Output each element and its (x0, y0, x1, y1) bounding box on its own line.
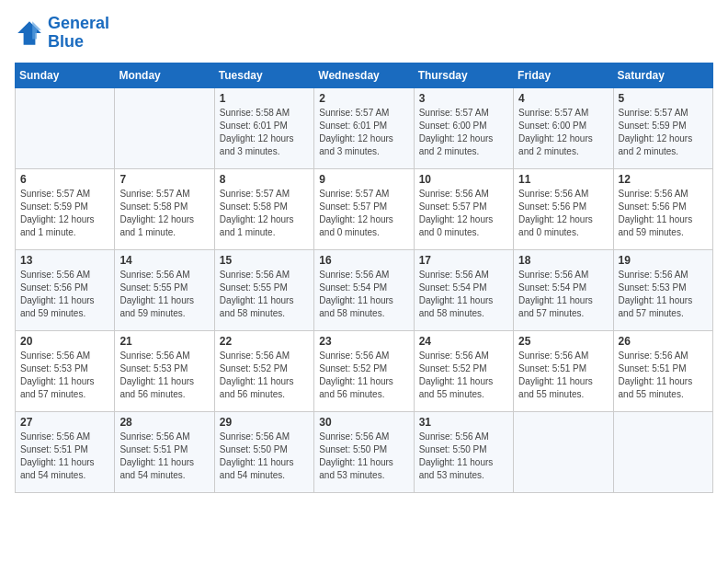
calendar-cell: 18Sunrise: 5:56 AM Sunset: 5:54 PM Dayli… (514, 249, 613, 330)
cell-info: Sunrise: 5:56 AM Sunset: 5:56 PM Dayligh… (518, 188, 608, 239)
cell-info: Sunrise: 5:56 AM Sunset: 5:54 PM Dayligh… (419, 269, 508, 320)
day-number: 27 (20, 416, 109, 429)
day-number: 24 (419, 335, 508, 348)
calendar-cell: 10Sunrise: 5:56 AM Sunset: 5:57 PM Dayli… (414, 168, 513, 249)
cell-info: Sunrise: 5:56 AM Sunset: 5:50 PM Dayligh… (419, 431, 508, 482)
cell-info: Sunrise: 5:57 AM Sunset: 6:00 PM Dayligh… (419, 107, 508, 158)
logo: General Blue (15, 15, 109, 52)
day-number: 10 (419, 173, 508, 186)
calendar-table: SundayMondayTuesdayWednesdayThursdayFrid… (15, 63, 713, 493)
calendar-cell: 7Sunrise: 5:57 AM Sunset: 5:58 PM Daylig… (115, 168, 214, 249)
cell-info: Sunrise: 5:56 AM Sunset: 5:56 PM Dayligh… (20, 269, 109, 320)
cell-info: Sunrise: 5:57 AM Sunset: 5:59 PM Dayligh… (20, 188, 109, 239)
calendar-cell: 23Sunrise: 5:56 AM Sunset: 5:52 PM Dayli… (314, 330, 414, 411)
cell-info: Sunrise: 5:56 AM Sunset: 5:54 PM Dayligh… (518, 269, 608, 320)
cell-info: Sunrise: 5:56 AM Sunset: 5:50 PM Dayligh… (319, 431, 408, 482)
calendar-week-row: 1Sunrise: 5:58 AM Sunset: 6:01 PM Daylig… (16, 87, 713, 168)
day-number: 4 (518, 92, 608, 105)
calendar-cell: 3Sunrise: 5:57 AM Sunset: 6:00 PM Daylig… (414, 87, 513, 168)
cell-info: Sunrise: 5:57 AM Sunset: 5:57 PM Dayligh… (319, 188, 408, 239)
calendar-cell: 26Sunrise: 5:56 AM Sunset: 5:51 PM Dayli… (613, 330, 712, 411)
calendar-cell: 20Sunrise: 5:56 AM Sunset: 5:53 PM Dayli… (16, 330, 115, 411)
calendar-week-row: 20Sunrise: 5:56 AM Sunset: 5:53 PM Dayli… (16, 330, 713, 411)
logo-text: General Blue (48, 15, 109, 52)
day-number: 9 (319, 173, 408, 186)
calendar-cell: 13Sunrise: 5:56 AM Sunset: 5:56 PM Dayli… (16, 249, 115, 330)
cell-info: Sunrise: 5:56 AM Sunset: 5:51 PM Dayligh… (518, 350, 608, 401)
day-number: 8 (220, 173, 309, 186)
day-number: 6 (20, 173, 109, 186)
calendar-cell: 9Sunrise: 5:57 AM Sunset: 5:57 PM Daylig… (314, 168, 414, 249)
weekday-header: Tuesday (214, 63, 313, 87)
day-number: 11 (518, 173, 608, 186)
calendar-cell: 30Sunrise: 5:56 AM Sunset: 5:50 PM Dayli… (314, 411, 414, 492)
calendar-cell (514, 411, 613, 492)
calendar-cell: 28Sunrise: 5:56 AM Sunset: 5:51 PM Dayli… (115, 411, 214, 492)
day-number: 2 (319, 92, 408, 105)
day-number: 25 (518, 335, 608, 348)
calendar-cell: 6Sunrise: 5:57 AM Sunset: 5:59 PM Daylig… (16, 168, 115, 249)
day-number: 17 (419, 254, 508, 267)
cell-info: Sunrise: 5:57 AM Sunset: 6:01 PM Dayligh… (319, 107, 408, 158)
cell-info: Sunrise: 5:57 AM Sunset: 6:00 PM Dayligh… (518, 107, 608, 158)
cell-info: Sunrise: 5:56 AM Sunset: 5:53 PM Dayligh… (119, 350, 209, 401)
day-number: 30 (319, 416, 408, 429)
weekday-header: Wednesday (314, 63, 414, 87)
day-number: 15 (220, 254, 309, 267)
logo-blue: Blue (48, 32, 84, 51)
day-number: 13 (20, 254, 109, 267)
calendar-cell: 31Sunrise: 5:56 AM Sunset: 5:50 PM Dayli… (414, 411, 513, 492)
calendar-cell: 11Sunrise: 5:56 AM Sunset: 5:56 PM Dayli… (514, 168, 613, 249)
calendar-cell: 15Sunrise: 5:56 AM Sunset: 5:55 PM Dayli… (214, 249, 313, 330)
calendar-week-row: 6Sunrise: 5:57 AM Sunset: 5:59 PM Daylig… (16, 168, 713, 249)
cell-info: Sunrise: 5:58 AM Sunset: 6:01 PM Dayligh… (220, 107, 309, 158)
cell-info: Sunrise: 5:57 AM Sunset: 5:59 PM Dayligh… (619, 107, 708, 158)
cell-info: Sunrise: 5:56 AM Sunset: 5:50 PM Dayligh… (220, 431, 309, 482)
calendar-cell: 14Sunrise: 5:56 AM Sunset: 5:55 PM Dayli… (115, 249, 214, 330)
cell-info: Sunrise: 5:56 AM Sunset: 5:56 PM Dayligh… (619, 188, 708, 239)
svg-marker-0 (17, 21, 41, 45)
logo-general: General (48, 14, 109, 32)
day-number: 19 (619, 254, 708, 267)
weekday-header: Monday (115, 63, 214, 87)
calendar-week-row: 27Sunrise: 5:56 AM Sunset: 5:51 PM Dayli… (16, 411, 713, 492)
calendar-cell: 2Sunrise: 5:57 AM Sunset: 6:01 PM Daylig… (314, 87, 414, 168)
cell-info: Sunrise: 5:56 AM Sunset: 5:55 PM Dayligh… (119, 269, 209, 320)
cell-info: Sunrise: 5:56 AM Sunset: 5:57 PM Dayligh… (419, 188, 508, 239)
calendar-cell: 24Sunrise: 5:56 AM Sunset: 5:52 PM Dayli… (414, 330, 513, 411)
day-number: 3 (419, 92, 508, 105)
day-number: 18 (518, 254, 608, 267)
day-number: 12 (619, 173, 708, 186)
calendar-cell: 4Sunrise: 5:57 AM Sunset: 6:00 PM Daylig… (514, 87, 613, 168)
calendar-cell: 19Sunrise: 5:56 AM Sunset: 5:53 PM Dayli… (613, 249, 712, 330)
calendar-cell (16, 87, 115, 168)
day-number: 22 (220, 335, 309, 348)
calendar-cell: 1Sunrise: 5:58 AM Sunset: 6:01 PM Daylig… (214, 87, 313, 168)
day-number: 14 (119, 254, 209, 267)
calendar-cell: 27Sunrise: 5:56 AM Sunset: 5:51 PM Dayli… (16, 411, 115, 492)
day-number: 31 (419, 416, 508, 429)
calendar-cell: 21Sunrise: 5:56 AM Sunset: 5:53 PM Dayli… (115, 330, 214, 411)
calendar-cell (115, 87, 214, 168)
calendar-week-row: 13Sunrise: 5:56 AM Sunset: 5:56 PM Dayli… (16, 249, 713, 330)
cell-info: Sunrise: 5:56 AM Sunset: 5:54 PM Dayligh… (319, 269, 408, 320)
day-number: 28 (119, 416, 209, 429)
day-number: 20 (20, 335, 109, 348)
cell-info: Sunrise: 5:56 AM Sunset: 5:52 PM Dayligh… (220, 350, 309, 401)
day-number: 7 (119, 173, 209, 186)
calendar-cell: 25Sunrise: 5:56 AM Sunset: 5:51 PM Dayli… (514, 330, 613, 411)
calendar-cell: 29Sunrise: 5:56 AM Sunset: 5:50 PM Dayli… (214, 411, 313, 492)
weekday-header: Sunday (16, 63, 115, 87)
cell-info: Sunrise: 5:56 AM Sunset: 5:52 PM Dayligh… (419, 350, 508, 401)
cell-info: Sunrise: 5:56 AM Sunset: 5:51 PM Dayligh… (619, 350, 708, 401)
cell-info: Sunrise: 5:56 AM Sunset: 5:52 PM Dayligh… (319, 350, 408, 401)
cell-info: Sunrise: 5:56 AM Sunset: 5:53 PM Dayligh… (619, 269, 708, 320)
logo-icon (15, 18, 44, 48)
weekday-header: Thursday (414, 63, 513, 87)
cell-info: Sunrise: 5:56 AM Sunset: 5:55 PM Dayligh… (220, 269, 309, 320)
cell-info: Sunrise: 5:57 AM Sunset: 5:58 PM Dayligh… (119, 188, 209, 239)
header-row: SundayMondayTuesdayWednesdayThursdayFrid… (16, 63, 713, 87)
weekday-header: Friday (514, 63, 613, 87)
day-number: 23 (319, 335, 408, 348)
cell-info: Sunrise: 5:56 AM Sunset: 5:53 PM Dayligh… (20, 350, 109, 401)
